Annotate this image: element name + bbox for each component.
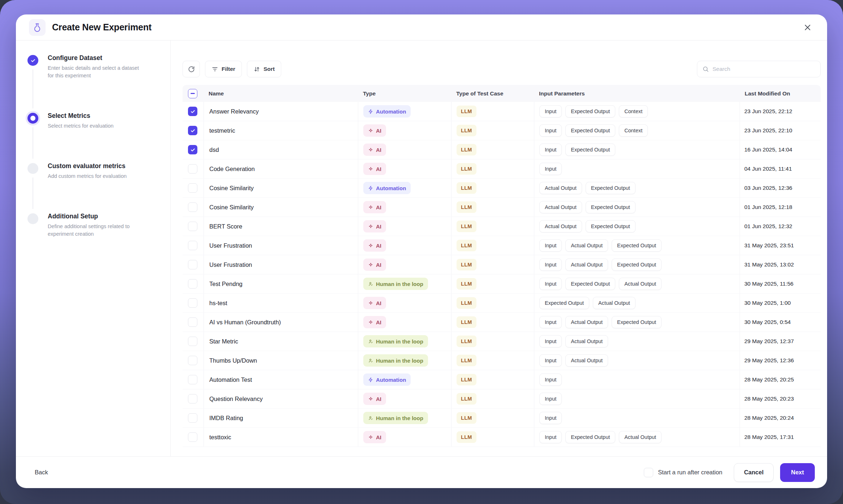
input-parameter-chip: Expected Output [612,316,662,328]
row-checkbox[interactable] [188,394,197,403]
row-checkbox[interactable] [188,222,197,231]
row-checkbox-cell [183,313,204,332]
row-checkbox[interactable] [188,107,197,116]
metric-name: Automation Test [204,370,358,389]
step-text: Select MetricsSelect metrics for evaluat… [48,112,114,130]
metric-name: Code Generation [204,159,358,178]
input-parameter-chip: Actual Output [539,201,582,213]
test-case-cell: LLM [451,313,534,332]
row-checkbox[interactable] [188,164,197,174]
row-checkbox[interactable] [188,260,197,269]
row-checkbox[interactable] [188,183,197,193]
step-item[interactable]: Custom evaluator metricsAdd custom metri… [27,162,160,213]
type-cell: AI [358,428,451,447]
test-case-cell: LLM [451,179,534,197]
row-checkbox[interactable] [188,375,197,384]
table-row[interactable]: Automation TestAutomationLLMInput28 May … [183,370,821,389]
test-case-cell: LLM [451,389,534,408]
test-case-badge: LLM [457,240,476,251]
last-modified: 01 Jun 2025, 12:32 [740,217,821,236]
test-case-badge: LLM [457,259,476,270]
column-header-test-case: Type of Test Case [451,90,534,97]
table-row[interactable]: hs-testAILLMExpected OutputActual Output… [183,294,821,313]
test-case-cell: LLM [451,217,534,236]
toolbar: Filter Sort [183,61,821,77]
test-case-cell: LLM [451,255,534,274]
type-badge-label: AI [376,204,381,210]
refresh-button[interactable] [183,61,200,77]
row-checkbox[interactable] [188,432,197,442]
last-modified: 30 May 2025, 1:00 [740,294,821,312]
step-text: Configure DatasetEnter basic details and… [48,54,146,80]
row-checkbox[interactable] [188,356,197,365]
row-checkbox[interactable] [188,279,197,289]
row-checkbox[interactable] [188,126,197,135]
row-checkbox-cell [183,121,204,140]
table-row[interactable]: Code GenerationAILLMInput04 Jun 2025, 11… [183,159,821,179]
input-parameter-chip: Input [539,393,562,405]
table-row[interactable]: Answer RelevancyAutomationLLMInputExpect… [183,102,821,121]
row-checkbox[interactable] [188,298,197,308]
run-after-creation-checkbox[interactable] [644,468,653,477]
steps-sidebar: Configure DatasetEnter basic details and… [16,40,171,456]
sparkle-icon [368,300,373,306]
row-checkbox[interactable] [188,145,197,154]
step-item[interactable]: Configure DatasetEnter basic details and… [27,54,160,112]
table-row[interactable]: Test PendngHuman in the loopLLMInputExpe… [183,274,821,294]
row-checkbox-cell [183,389,204,408]
type-badge: Automation [363,182,411,194]
sort-icon [253,66,260,73]
type-badge-label: AI [376,262,381,268]
table-row[interactable]: testtoxicAILLMInputExpected OutputActual… [183,428,821,447]
test-case-badge: LLM [457,182,476,194]
table-row[interactable]: testmetricAILLMInputExpected OutputConte… [183,121,821,140]
table-row[interactable]: User FrustrationAILLMInputActual OutputE… [183,255,821,274]
last-modified: 31 May 2025, 23:51 [740,236,821,255]
table-row[interactable]: Cosine SimilarityAutomationLLMActual Out… [183,179,821,198]
row-checkbox[interactable] [188,202,197,212]
last-modified: 16 Jun 2025, 14:04 [740,140,821,159]
next-button[interactable]: Next [780,463,815,482]
test-case-badge: LLM [457,106,476,117]
filter-button[interactable]: Filter [205,61,242,77]
table-header: Name Type Type of Test Case Input Parame… [183,85,821,102]
last-modified: 28 May 2025, 17:31 [740,428,821,447]
test-case-cell: LLM [451,332,534,351]
input-parameter-chip: Input [539,239,562,252]
type-badge: AI [363,297,386,309]
input-parameter-chip: Expected Output [565,278,615,290]
select-all-checkbox[interactable] [188,89,197,98]
search-input[interactable] [713,66,815,72]
input-parameter-chip: Context [619,124,648,137]
step-item[interactable]: Select MetricsSelect metrics for evaluat… [27,112,160,162]
table-row[interactable]: IMDB RatingHuman in the loopLLMInput28 M… [183,409,821,428]
table-row[interactable]: Thumbs Up/DownHuman in the loopLLMInputA… [183,351,821,370]
input-parameters-cell: Input [534,389,740,408]
table-row[interactable]: Cosine SimilarityAILLMActual OutputExpec… [183,198,821,217]
table-row[interactable]: BERT ScoreAILLMActual OutputExpected Out… [183,217,821,236]
metric-name: testtoxic [204,428,358,447]
table-row[interactable]: dsdAILLMInputExpected Output16 Jun 2025,… [183,140,821,159]
step-item[interactable]: Additional SetupDefine additional settin… [27,213,160,238]
table-row[interactable]: Question RelevancyAILLMInput28 May 2025,… [183,389,821,409]
cancel-button[interactable]: Cancel [734,463,774,482]
test-case-badge: LLM [457,431,476,443]
type-cell: AI [358,140,451,159]
table-row[interactable]: AI vs Human (Groundtruth)AILLMInputActua… [183,313,821,332]
close-button[interactable] [801,21,814,34]
input-parameters-cell: InputActual OutputExpected Output [534,313,740,332]
type-cell: AI [358,198,451,217]
row-checkbox[interactable] [188,337,197,346]
test-case-badge: LLM [457,278,476,290]
row-checkbox[interactable] [188,317,197,327]
table-row[interactable]: Star MetricHuman in the loopLLMInputActu… [183,332,821,351]
input-parameter-chip: Input [539,163,562,175]
table-row[interactable]: User FrustrationAILLMInputActual OutputE… [183,236,821,255]
row-checkbox[interactable] [188,241,197,250]
sparkle-icon [368,224,373,229]
input-parameters-cell: Input [534,370,740,389]
row-checkbox[interactable] [188,413,197,423]
back-button[interactable]: Back [35,469,48,476]
last-modified: 30 May 2025, 0:54 [740,313,821,332]
sort-button[interactable]: Sort [247,61,281,77]
